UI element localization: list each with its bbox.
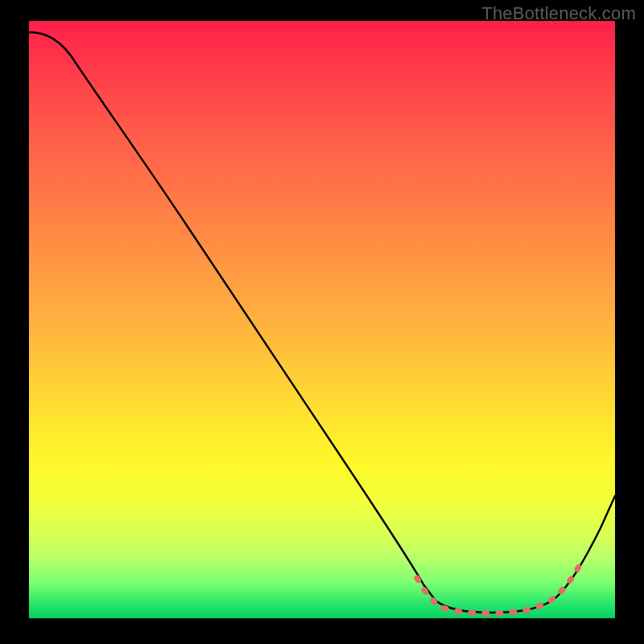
heat-gradient-background [29,21,615,618]
watermark-text: TheBottleneck.com [481,3,636,24]
chart-frame: TheBottleneck.com [0,0,644,644]
plot-outer [29,21,615,618]
